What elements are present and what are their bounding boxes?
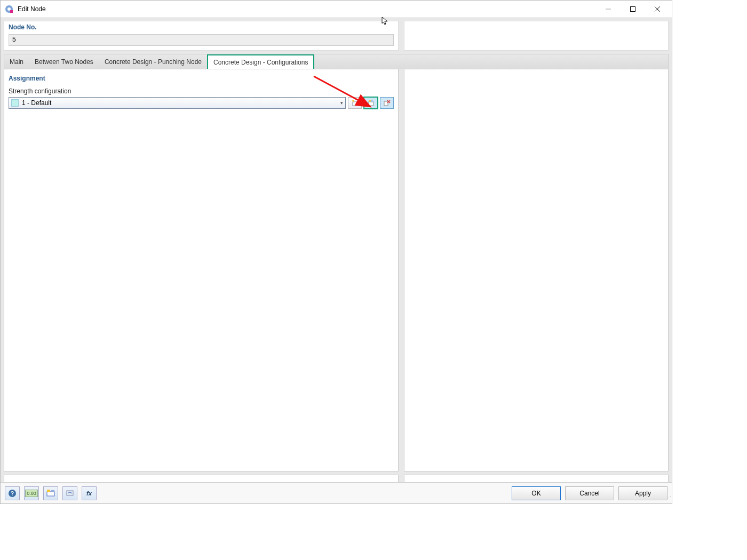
tab-main[interactable]: Main [4,54,29,69]
apply-button[interactable]: Apply [618,486,667,500]
svg-rect-21 [47,490,50,492]
cancel-button[interactable]: Cancel [565,486,614,500]
svg-rect-7 [353,102,357,106]
svg-rect-12 [384,101,388,106]
svg-text:?: ? [11,491,14,497]
title-bar: Edit Node [1,1,672,18]
edit-config-button[interactable] [364,97,378,109]
left-pane: Assignment Strength configuration 1 - De… [4,69,399,471]
svg-point-10 [369,100,371,102]
content-area: Node No. 5 Main Between Two Nodes Concre… [1,18,672,482]
strength-config-label: Strength configuration [9,87,394,95]
svg-rect-20 [47,492,54,496]
help-button[interactable]: ? [5,486,20,500]
svg-rect-4 [631,6,635,11]
node-number-box: Node No. 5 [4,21,399,51]
svg-rect-9 [369,102,374,106]
ok-button[interactable]: OK [512,486,561,500]
node-number-label: Node No. [9,23,394,31]
app-icon [5,5,13,13]
right-pane [404,69,669,471]
section-title-assignment: Assignment [9,75,394,82]
config-color-swatch [11,99,19,107]
display-mode-button[interactable] [43,486,58,500]
svg-rect-11 [371,100,373,102]
tab-concrete-design-punching-node[interactable]: Concrete Design - Punching Node [99,54,208,69]
node-number-value[interactable]: 5 [9,34,394,46]
tab-between-two-nodes[interactable]: Between Two Nodes [29,54,99,69]
new-config-button[interactable] [348,97,362,109]
strength-config-value: 1 - Default [22,99,51,107]
resize-grip[interactable]: ⋰ [665,497,671,502]
footer: ? 0.00 fx OK Cancel Apply [1,482,672,503]
strength-config-dropdown[interactable]: 1 - Default ▾ [9,97,346,109]
tab-concrete-design-configurations[interactable]: Concrete Design - Configurations [208,55,314,69]
function-button[interactable]: fx [82,486,97,500]
preview-box-top [404,21,669,51]
svg-rect-2 [10,10,13,13]
tabs-row: Main Between Two Nodes Concrete Design -… [4,54,669,69]
chevron-down-icon: ▾ [340,100,343,106]
close-button[interactable] [645,1,670,17]
maximize-button[interactable] [621,1,645,17]
window-title: Edit Node [18,5,596,13]
view-button[interactable] [62,486,77,500]
minimize-button[interactable] [596,1,621,17]
units-button[interactable]: 0.00 [24,486,39,500]
delete-config-button[interactable] [380,97,394,109]
